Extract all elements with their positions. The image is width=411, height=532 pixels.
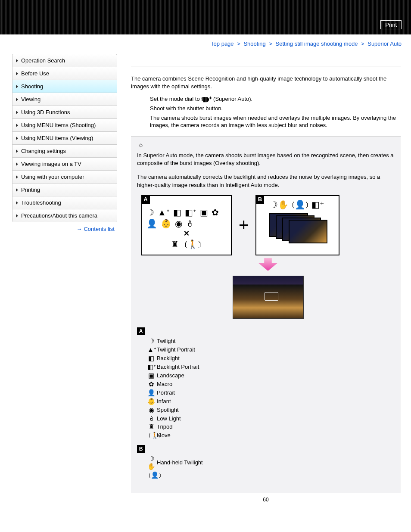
infant-icon: 👶 <box>161 219 171 228</box>
superior-auto-mode-icon: i▮◗⁺ <box>201 95 212 103</box>
sidebar-item-menu-shooting[interactable]: Using MENU items (Shooting) <box>12 119 117 132</box>
legend-item: ✿Macro <box>147 380 395 389</box>
infant-icon: 👶 <box>147 398 155 405</box>
antiblur-icon: ⟮👤⟯ <box>290 199 310 210</box>
contents-link-wrap: →Contents list <box>12 222 117 232</box>
handheld-twilight-icon: ☽✋ <box>147 455 155 470</box>
legend-text: Landscape <box>157 372 184 379</box>
handheld-twilight-icon: ☽✋ <box>270 199 289 210</box>
sidebar-item-operation-search[interactable]: Operation Search <box>12 54 117 67</box>
breadcrumb-item-top[interactable]: Top page <box>211 40 234 47</box>
sidebar-item-tv[interactable]: Viewing images on a TV <box>12 158 117 171</box>
step1-prefix: Set the mode dial to <box>150 96 201 102</box>
burst-stack <box>269 213 334 243</box>
sidebar-item-viewing[interactable]: Viewing <box>12 93 117 106</box>
legend-item: 👶Infant <box>147 397 395 406</box>
intro-text: The camera combines Scene Recognition an… <box>131 75 401 90</box>
legend-text: Twilight <box>157 338 175 344</box>
legend-b-label: B <box>137 445 145 453</box>
burst-frame <box>289 220 327 243</box>
contents-list-link[interactable]: Contents list <box>84 226 115 232</box>
macro-icon: ✿ <box>147 380 155 388</box>
legend-item: ▲ᐩTwilight Portrait <box>147 345 395 354</box>
backlight-plus-icon: ◧⁺ <box>311 199 324 210</box>
legend-a-label: A <box>137 327 145 335</box>
sidebar-item-troubleshooting[interactable]: Troubleshooting <box>12 196 117 209</box>
legend-a-list: ☽Twilight ▲ᐩTwilight Portrait ◧Backlight… <box>137 337 395 440</box>
antiblur-icon: ⟮👤⟯ <box>147 471 155 479</box>
diagram-panel-a: A ☽ ▲ᐩ ◧ ◧ᐩ ▣ ✿ 👤 👶 ◉ 🕯 <box>141 195 232 255</box>
legend-item: 👤Portrait <box>147 389 395 397</box>
spotlight-icon: ◉ <box>175 219 182 228</box>
backlight-icon: ◧ <box>173 208 181 217</box>
lowlight-icon: 🕯 <box>186 219 194 228</box>
breadcrumb-item-mode[interactable]: Setting still image shooting mode <box>276 40 358 47</box>
legend-text: Portrait <box>157 389 175 396</box>
legend-text: Backlight Portrait <box>157 364 199 370</box>
tip-text-2: The camera automatically corrects the ba… <box>137 173 395 189</box>
steps: Set the mode dial to i▮◗⁺ (Superior Auto… <box>131 94 401 129</box>
breadcrumb-item-shooting[interactable]: Shooting <box>243 40 265 47</box>
macro-icon: ✿ <box>212 208 219 217</box>
tripod-icon: ♜ <box>147 423 155 431</box>
backlight-portrait-icon: ◧ᐩ <box>185 208 196 217</box>
cross-icon: × <box>146 228 227 239</box>
twilight-portrait-icon: ▲ᐩ <box>158 208 170 217</box>
breadcrumb-sep: > <box>361 40 364 47</box>
breadcrumb-sep: > <box>269 40 272 47</box>
legend-item: ⟮🚶⟯Move <box>147 431 395 440</box>
print-button[interactable]: Print <box>380 20 402 29</box>
diagram: A ☽ ▲ᐩ ◧ ◧ᐩ ▣ ✿ 👤 👶 ◉ 🕯 <box>141 195 395 319</box>
header-bar: Print <box>0 0 411 34</box>
legend-b-list: ☽✋Hand-held Twilight ⟮👤⟯ <box>137 454 395 479</box>
legend-item: ♜Tripod <box>147 423 395 431</box>
legend-item: ◉Spotlight <box>147 406 395 414</box>
step-2a: Shoot with the shutter button. <box>150 105 401 112</box>
legend-item: ☽✋Hand-held Twilight <box>147 454 395 471</box>
lightbulb-icon: ☼ <box>137 141 145 148</box>
tip-box: ☼ In Superior Auto mode, the camera shoo… <box>131 136 401 493</box>
landscape-icon: ▣ <box>200 208 208 217</box>
breadcrumb-item-current[interactable]: Superior Auto <box>367 40 402 47</box>
backlight-icon: ◧ <box>147 355 155 362</box>
legend-text: Hand-held Twilight <box>157 459 203 466</box>
arrow-right-icon: → <box>76 226 82 232</box>
twilight-icon: ☽ <box>147 337 155 345</box>
result-image <box>233 276 304 319</box>
sidebar-nav: Operation Search Before Use Shooting Vie… <box>12 54 117 222</box>
breadcrumb-sep: > <box>237 40 240 47</box>
divider <box>131 66 401 66</box>
page-number: 60 <box>131 493 401 510</box>
tip-text-1: In Superior Auto mode, the camera shoots… <box>137 152 395 167</box>
sidebar-item-shooting[interactable]: Shooting <box>12 80 117 93</box>
legend-text: Spotlight <box>157 407 179 413</box>
sidebar-item-3d[interactable]: Using 3D Functions <box>12 106 117 119</box>
legend-item: ☽Twilight <box>147 337 395 345</box>
legend-text: Infant <box>157 398 171 404</box>
legend-item: ▣Landscape <box>147 371 395 380</box>
badge-b-icon: B <box>255 195 264 204</box>
legend-item: 🕯Low Light <box>147 414 395 423</box>
move-icon: ⟮🚶⟯ <box>183 239 202 249</box>
tripod-icon: ♜ <box>171 239 179 249</box>
sidebar-item-precautions[interactable]: Precautions/About this camera <box>12 209 117 222</box>
twilight-portrait-icon: ▲ᐩ <box>147 346 155 354</box>
sidebar-item-computer[interactable]: Using with your computer <box>12 171 117 184</box>
lowlight-icon: 🕯 <box>147 415 155 422</box>
legend-text: Low Light <box>157 415 181 422</box>
legends: A ☽Twilight ▲ᐩTwilight Portrait ◧Backlig… <box>137 327 395 479</box>
twilight-icon: ☽ <box>146 208 154 217</box>
step-2b: The camera shoots burst images when need… <box>150 114 401 129</box>
sidebar-item-before-use[interactable]: Before Use <box>12 67 117 80</box>
sidebar-item-menu-viewing[interactable]: Using MENU items (Viewing) <box>12 132 117 145</box>
legend-text: Twilight Portrait <box>157 346 195 353</box>
arrow-down-wrap <box>141 258 395 272</box>
badge-a-icon: A <box>141 195 150 204</box>
sidebar-item-changing-settings[interactable]: Changing settings <box>12 145 117 158</box>
move-icon: ⟮🚶⟯ <box>147 432 155 439</box>
legend-text: Backlight <box>157 355 180 361</box>
legend-item: ⟮👤⟯ <box>147 471 395 479</box>
sidebar-item-printing[interactable]: Printing <box>12 184 117 196</box>
step1-suffix: (Superior Auto). <box>212 96 253 102</box>
legend-item: ◧Backlight <box>147 354 395 363</box>
